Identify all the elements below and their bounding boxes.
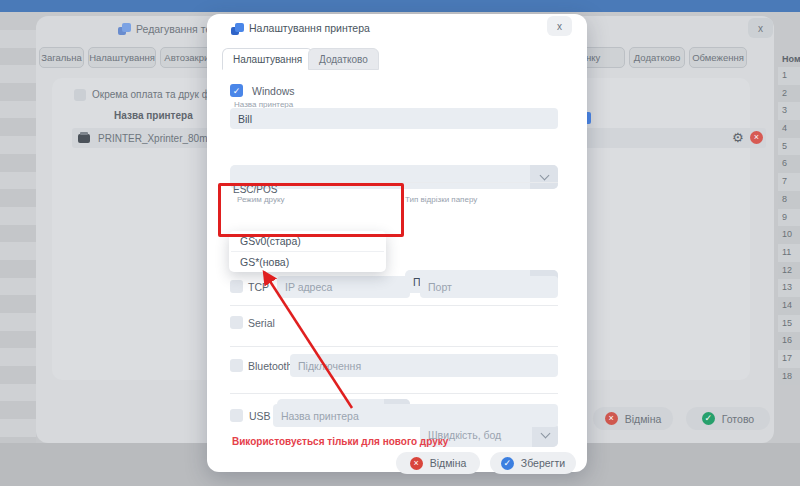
printer-icon xyxy=(78,134,90,143)
bluetooth-label: Bluetooth xyxy=(248,360,292,372)
table-row: 10 xyxy=(778,226,800,244)
background-table-stripes xyxy=(0,30,36,443)
tcp-checkbox[interactable] xyxy=(230,280,243,293)
table-row: 16 xyxy=(778,332,800,350)
cancel-x-icon: × xyxy=(605,412,618,425)
fiscal-checkbox[interactable] xyxy=(74,89,86,101)
tcp-port-input[interactable]: Порт xyxy=(420,276,558,298)
serial-checkbox[interactable] xyxy=(230,316,243,329)
table-stripe xyxy=(0,118,36,136)
table-row: 12 xyxy=(778,262,800,280)
table-stripe xyxy=(0,172,36,190)
print-mode-dropdown-menu: GSv0(стара) GS*(нова) xyxy=(229,231,386,272)
table-stripe xyxy=(0,65,36,83)
table-stripe xyxy=(0,295,36,313)
terminal-done-label: Готово xyxy=(722,413,754,425)
table-stripe xyxy=(0,207,36,225)
table-row: 11 xyxy=(778,244,800,262)
printer-table-header: Назва принтера xyxy=(114,110,193,121)
divider xyxy=(230,305,558,306)
terminal-cancel-button[interactable]: × Відміна xyxy=(593,407,673,430)
table-stripe xyxy=(0,331,36,349)
table-stripe xyxy=(0,30,36,48)
delete-row-icon[interactable]: × xyxy=(750,131,763,144)
chevron-down-icon[interactable] xyxy=(530,165,558,189)
top-bar xyxy=(0,0,800,12)
table-stripe xyxy=(0,242,36,260)
tab-printer-advanced[interactable]: Додатково xyxy=(308,48,379,70)
table-stripe xyxy=(0,83,36,101)
table-stripe xyxy=(0,366,36,384)
table-row: 14 xyxy=(778,297,800,315)
printer-cancel-label: Відміна xyxy=(430,457,467,469)
tab-nalashtuvannya[interactable]: Налаштування xyxy=(88,47,156,68)
table-row: 17 xyxy=(778,350,800,368)
windows-checkbox[interactable]: ✓ xyxy=(230,84,243,97)
terminal-done-button[interactable]: ✓ Готово xyxy=(686,407,770,430)
usb-name-placeholder: Назва принтера xyxy=(281,410,359,422)
windows-label: Windows xyxy=(252,85,295,97)
menu-option-gs-new[interactable]: GS*(нова) xyxy=(229,252,386,272)
terminal-close-button[interactable]: x xyxy=(748,18,773,38)
tcp-ip-input[interactable]: IP адреса xyxy=(277,276,410,298)
annotation-highlight-rect xyxy=(218,183,404,237)
printer-dialog-title: Налаштування принтера xyxy=(249,22,370,34)
table-row: 6 xyxy=(778,155,800,173)
usb-name-input[interactable]: Назва принтера xyxy=(273,404,558,427)
table-stripe xyxy=(0,313,36,331)
done-check-icon: ✓ xyxy=(702,412,715,425)
table-stripe xyxy=(0,348,36,366)
cancel-x-icon: × xyxy=(410,457,423,470)
table-row: 18 xyxy=(778,368,800,386)
paper-cut-label: Тип відрізки паперу xyxy=(405,195,477,204)
table-row: 8 xyxy=(778,191,800,209)
tab-printer-settings[interactable]: Налаштування xyxy=(222,48,313,70)
table-row: 7 xyxy=(778,173,800,191)
printer-settings-dialog: Налаштування принтера x Налаштування Дод… xyxy=(207,14,587,472)
save-check-icon: ✓ xyxy=(501,457,514,470)
table-stripe xyxy=(0,401,36,419)
table-stripe xyxy=(0,101,36,119)
table-stripe xyxy=(0,48,36,66)
tab-obmezhennya[interactable]: Обмеження xyxy=(689,47,747,68)
table-stripe xyxy=(0,136,36,154)
warning-text: Використовується тільки для нового друку xyxy=(232,436,448,447)
table-row: 15 xyxy=(778,315,800,333)
tcp-label: TCP xyxy=(248,281,269,293)
number-column-header: Ном xyxy=(778,52,800,67)
bluetooth-connection-placeholder: Підключення xyxy=(298,360,361,372)
divider xyxy=(230,393,558,394)
table-stripe xyxy=(0,278,36,296)
table-row: 3 xyxy=(778,102,800,120)
serial-label: Serial xyxy=(248,317,275,329)
dialog-icon xyxy=(231,23,244,36)
bluetooth-checkbox[interactable] xyxy=(230,359,243,372)
table-stripe xyxy=(0,154,36,172)
printer-save-label: Зберегти xyxy=(521,457,565,469)
table-row: 5 xyxy=(778,138,800,156)
table-stripe xyxy=(0,189,36,207)
table-row: 9 xyxy=(778,209,800,227)
bluetooth-connection-input[interactable]: Підключення xyxy=(290,354,558,377)
terminal-cancel-label: Відміна xyxy=(625,413,662,425)
table-row: 4 xyxy=(778,120,800,138)
table-stripe xyxy=(0,384,36,402)
tab-zagalna[interactable]: Загальна xyxy=(39,47,84,68)
tcp-ip-placeholder: IP адреса xyxy=(285,281,332,293)
row-numbers: 123456789101112131415161718 xyxy=(778,67,800,385)
printer-save-button[interactable]: ✓ Зберегти xyxy=(490,452,576,474)
table-row: 1 xyxy=(778,67,800,85)
dialog-icon xyxy=(118,23,131,36)
printer-close-button[interactable]: x xyxy=(547,16,572,36)
printer-name-value: Bill xyxy=(238,113,252,125)
tcp-port-placeholder: Порт xyxy=(428,281,452,293)
divider xyxy=(230,346,558,347)
table-stripe xyxy=(0,260,36,278)
table-stripe xyxy=(0,225,36,243)
printer-name-input[interactable]: Bill xyxy=(230,108,558,129)
tab-dodatkovo[interactable]: Додатково xyxy=(629,47,685,68)
table-stripe xyxy=(0,419,36,437)
gear-icon[interactable]: ⚙ xyxy=(732,131,744,144)
printer-cancel-button[interactable]: × Відміна xyxy=(396,452,480,474)
usb-checkbox[interactable] xyxy=(230,409,243,422)
